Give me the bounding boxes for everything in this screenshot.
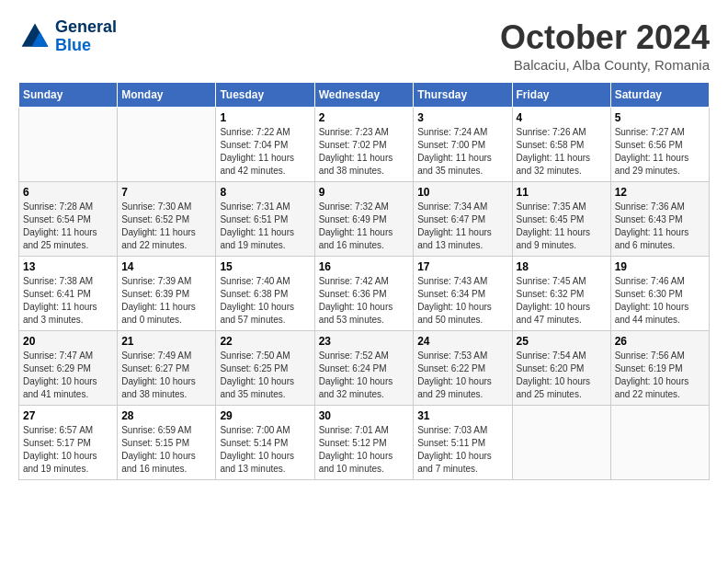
day-cell: 12Sunrise: 7:36 AM Sunset: 6:43 PM Dayli… xyxy=(610,182,709,257)
day-number: 29 xyxy=(220,409,310,422)
day-cell: 28Sunrise: 6:59 AM Sunset: 5:15 PM Dayli… xyxy=(118,406,216,480)
day-number: 18 xyxy=(517,260,607,273)
day-cell: 30Sunrise: 7:01 AM Sunset: 5:12 PM Dayli… xyxy=(314,406,414,480)
day-detail: Sunrise: 7:45 AM Sunset: 6:32 PM Dayligh… xyxy=(517,275,607,327)
day-cell: 24Sunrise: 7:53 AM Sunset: 6:22 PM Dayli… xyxy=(414,331,512,406)
col-header-tuesday: Tuesday xyxy=(216,83,314,108)
day-cell: 2Sunrise: 7:23 AM Sunset: 7:02 PM Daylig… xyxy=(314,108,414,182)
day-detail: Sunrise: 7:35 AM Sunset: 6:45 PM Dayligh… xyxy=(517,201,607,252)
day-number: 22 xyxy=(220,335,310,348)
day-number: 21 xyxy=(121,335,211,348)
col-header-monday: Monday xyxy=(118,83,216,108)
day-cell xyxy=(610,406,709,480)
day-detail: Sunrise: 7:01 AM Sunset: 5:12 PM Dayligh… xyxy=(319,424,410,476)
day-cell: 11Sunrise: 7:35 AM Sunset: 6:45 PM Dayli… xyxy=(512,182,610,257)
day-detail: Sunrise: 7:39 AM Sunset: 6:39 PM Dayligh… xyxy=(121,275,211,327)
day-cell: 15Sunrise: 7:40 AM Sunset: 6:38 PM Dayli… xyxy=(216,257,314,331)
col-header-friday: Friday xyxy=(512,83,610,108)
day-number: 31 xyxy=(417,409,507,422)
day-cell: 1Sunrise: 7:22 AM Sunset: 7:04 PM Daylig… xyxy=(216,108,314,182)
day-number: 10 xyxy=(417,186,507,199)
day-detail: Sunrise: 7:36 AM Sunset: 6:43 PM Dayligh… xyxy=(615,201,705,252)
day-detail: Sunrise: 7:54 AM Sunset: 6:20 PM Dayligh… xyxy=(517,350,607,401)
calendar-table: SundayMondayTuesdayWednesdayThursdayFrid… xyxy=(18,82,710,480)
day-cell: 13Sunrise: 7:38 AM Sunset: 6:41 PM Dayli… xyxy=(19,257,118,331)
day-detail: Sunrise: 7:50 AM Sunset: 6:25 PM Dayligh… xyxy=(220,350,310,401)
header-row: SundayMondayTuesdayWednesdayThursdayFrid… xyxy=(19,83,710,108)
day-cell: 22Sunrise: 7:50 AM Sunset: 6:25 PM Dayli… xyxy=(216,331,314,406)
day-number: 11 xyxy=(517,186,607,199)
day-detail: Sunrise: 7:30 AM Sunset: 6:52 PM Dayligh… xyxy=(121,201,211,252)
day-cell: 7Sunrise: 7:30 AM Sunset: 6:52 PM Daylig… xyxy=(118,182,216,257)
logo: General Blue xyxy=(18,18,117,55)
week-row-3: 13Sunrise: 7:38 AM Sunset: 6:41 PM Dayli… xyxy=(19,257,710,331)
day-detail: Sunrise: 7:34 AM Sunset: 6:47 PM Dayligh… xyxy=(417,201,507,252)
day-number: 13 xyxy=(23,260,113,273)
day-cell xyxy=(19,108,118,182)
day-cell xyxy=(118,108,216,182)
day-cell: 20Sunrise: 7:47 AM Sunset: 6:29 PM Dayli… xyxy=(19,331,118,406)
logo-text-blue: Blue xyxy=(55,37,117,55)
day-detail: Sunrise: 7:47 AM Sunset: 6:29 PM Dayligh… xyxy=(23,350,113,401)
day-detail: Sunrise: 7:03 AM Sunset: 5:11 PM Dayligh… xyxy=(417,424,507,476)
day-detail: Sunrise: 7:40 AM Sunset: 6:38 PM Dayligh… xyxy=(220,275,310,327)
day-detail: Sunrise: 7:24 AM Sunset: 7:00 PM Dayligh… xyxy=(417,126,507,178)
day-number: 19 xyxy=(615,260,705,273)
day-cell: 14Sunrise: 7:39 AM Sunset: 6:39 PM Dayli… xyxy=(118,257,216,331)
day-number: 5 xyxy=(615,111,705,124)
day-detail: Sunrise: 7:46 AM Sunset: 6:30 PM Dayligh… xyxy=(615,275,705,327)
day-detail: Sunrise: 7:43 AM Sunset: 6:34 PM Dayligh… xyxy=(417,275,507,327)
day-number: 26 xyxy=(615,335,705,348)
day-number: 2 xyxy=(319,111,410,124)
day-detail: Sunrise: 7:56 AM Sunset: 6:19 PM Dayligh… xyxy=(615,350,705,401)
day-number: 12 xyxy=(615,186,705,199)
day-number: 9 xyxy=(319,186,410,199)
col-header-thursday: Thursday xyxy=(414,83,512,108)
day-cell: 5Sunrise: 7:27 AM Sunset: 6:56 PM Daylig… xyxy=(610,108,709,182)
day-detail: Sunrise: 7:49 AM Sunset: 6:27 PM Dayligh… xyxy=(121,350,211,401)
week-row-1: 1Sunrise: 7:22 AM Sunset: 7:04 PM Daylig… xyxy=(19,108,710,182)
title-block: October 2024 Balcaciu, Alba County, Roma… xyxy=(500,18,710,73)
day-detail: Sunrise: 7:38 AM Sunset: 6:41 PM Dayligh… xyxy=(23,275,113,327)
page-header: General Blue October 2024 Balcaciu, Alba… xyxy=(18,18,710,73)
day-cell: 8Sunrise: 7:31 AM Sunset: 6:51 PM Daylig… xyxy=(216,182,314,257)
day-cell: 10Sunrise: 7:34 AM Sunset: 6:47 PM Dayli… xyxy=(414,182,512,257)
day-number: 14 xyxy=(121,260,211,273)
day-detail: Sunrise: 7:53 AM Sunset: 6:22 PM Dayligh… xyxy=(417,350,507,401)
week-row-2: 6Sunrise: 7:28 AM Sunset: 6:54 PM Daylig… xyxy=(19,182,710,257)
week-row-4: 20Sunrise: 7:47 AM Sunset: 6:29 PM Dayli… xyxy=(19,331,710,406)
day-number: 1 xyxy=(220,111,310,124)
day-number: 27 xyxy=(23,409,113,422)
day-detail: Sunrise: 7:32 AM Sunset: 6:49 PM Dayligh… xyxy=(319,201,410,252)
day-detail: Sunrise: 7:28 AM Sunset: 6:54 PM Dayligh… xyxy=(23,201,113,252)
day-cell: 31Sunrise: 7:03 AM Sunset: 5:11 PM Dayli… xyxy=(414,406,512,480)
day-cell: 3Sunrise: 7:24 AM Sunset: 7:00 PM Daylig… xyxy=(414,108,512,182)
day-detail: Sunrise: 6:59 AM Sunset: 5:15 PM Dayligh… xyxy=(121,424,211,476)
day-number: 17 xyxy=(417,260,507,273)
day-detail: Sunrise: 7:22 AM Sunset: 7:04 PM Dayligh… xyxy=(220,126,310,178)
day-cell: 26Sunrise: 7:56 AM Sunset: 6:19 PM Dayli… xyxy=(610,331,709,406)
day-cell: 18Sunrise: 7:45 AM Sunset: 6:32 PM Dayli… xyxy=(512,257,610,331)
location-subtitle: Balcaciu, Alba County, Romania xyxy=(500,57,710,73)
day-number: 16 xyxy=(319,260,410,273)
day-number: 25 xyxy=(517,335,607,348)
day-detail: Sunrise: 7:27 AM Sunset: 6:56 PM Dayligh… xyxy=(615,126,705,178)
day-detail: Sunrise: 7:42 AM Sunset: 6:36 PM Dayligh… xyxy=(319,275,410,327)
day-cell: 23Sunrise: 7:52 AM Sunset: 6:24 PM Dayli… xyxy=(314,331,414,406)
day-detail: Sunrise: 7:26 AM Sunset: 6:58 PM Dayligh… xyxy=(517,126,607,178)
logo-text-general: General xyxy=(55,18,117,37)
day-number: 8 xyxy=(220,186,310,199)
day-cell: 16Sunrise: 7:42 AM Sunset: 6:36 PM Dayli… xyxy=(314,257,414,331)
day-cell: 9Sunrise: 7:32 AM Sunset: 6:49 PM Daylig… xyxy=(314,182,414,257)
day-cell: 6Sunrise: 7:28 AM Sunset: 6:54 PM Daylig… xyxy=(19,182,118,257)
day-cell xyxy=(512,406,610,480)
logo-icon xyxy=(18,20,51,53)
month-title: October 2024 xyxy=(500,18,710,57)
col-header-saturday: Saturday xyxy=(610,83,709,108)
day-detail: Sunrise: 7:52 AM Sunset: 6:24 PM Dayligh… xyxy=(319,350,410,401)
day-detail: Sunrise: 6:57 AM Sunset: 5:17 PM Dayligh… xyxy=(23,424,113,476)
day-detail: Sunrise: 7:00 AM Sunset: 5:14 PM Dayligh… xyxy=(220,424,310,476)
day-detail: Sunrise: 7:23 AM Sunset: 7:02 PM Dayligh… xyxy=(319,126,410,178)
day-number: 4 xyxy=(517,111,607,124)
col-header-sunday: Sunday xyxy=(19,83,118,108)
